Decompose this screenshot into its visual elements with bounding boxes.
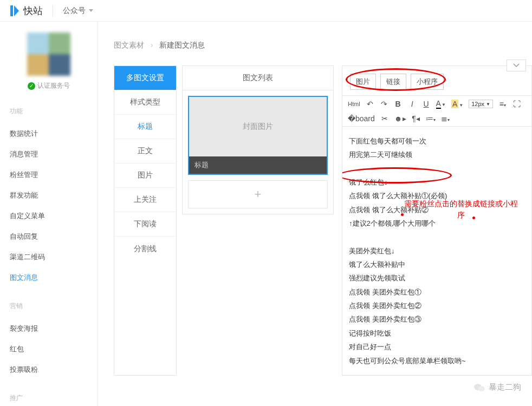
- settings-panel-header: 多图文设置: [114, 66, 176, 90]
- sidebar-item[interactable]: 数据统计: [10, 123, 87, 144]
- editor-line: 每天也可到公众号底部菜单栏领取哟~: [349, 354, 525, 368]
- article-card[interactable]: 封面图片 标题: [188, 96, 328, 175]
- format-brush-button[interactable]: �board: [348, 114, 375, 123]
- panel-tab[interactable]: 正文: [114, 139, 176, 163]
- editor-textarea[interactable]: 下面红包每天都可领一次用完第二天可继续领 饿了么红包↓点我领 饿了么大额补贴①(…: [342, 127, 531, 375]
- underline-button[interactable]: U: [422, 100, 431, 108]
- panel-tab[interactable]: 图片: [114, 163, 176, 188]
- nav-section-title: 功能: [10, 107, 87, 116]
- preview-column-header: 图文列表: [182, 66, 334, 90]
- annotation-dot: [472, 217, 475, 219]
- insert-tab-row: 图片链接小程序: [342, 66, 531, 95]
- verify-status: ✓ 认证服务号: [10, 81, 87, 90]
- sidebar-item[interactable]: 自动回复: [10, 226, 87, 247]
- settings-panel: 多图文设置 样式类型标题正文图片上关注下阅读分割线: [114, 66, 177, 376]
- main: ✓ 认证服务号 功能数据统计消息管理粉丝管理群发功能自定义菜单自动回复渠道二维码…: [0, 22, 532, 406]
- editor-line: 记得按时吃饭: [349, 326, 525, 340]
- wechat-icon: [473, 383, 485, 392]
- nav-section: 营销裂变海报红包投票吸粉: [10, 302, 87, 380]
- editor-line: 点我领 饿了么大额补贴②: [349, 203, 525, 217]
- editor-line: [349, 162, 525, 175]
- preview-column: 图文列表 封面图片 标题 +: [182, 66, 334, 376]
- divider: [53, 5, 53, 16]
- insert-tab[interactable]: 小程序: [411, 74, 444, 90]
- editor-line: 下面红包每天都可领一次: [349, 134, 525, 148]
- sidebar: ✓ 认证服务号 功能数据统计消息管理粉丝管理群发功能自定义菜单自动回复渠道二维码…: [0, 22, 98, 406]
- emoticon-button[interactable]: ☻▸: [394, 114, 406, 123]
- watermark: 暴走二狗: [473, 382, 521, 392]
- nav-section-title: 推广: [10, 394, 87, 403]
- editor-line: 对自己好一点: [349, 340, 525, 353]
- logo-icon: [8, 4, 21, 17]
- italic-button[interactable]: I: [408, 100, 417, 108]
- bold-button[interactable]: B: [394, 100, 403, 108]
- font-color-button[interactable]: A▼: [436, 99, 446, 109]
- panel-tab[interactable]: 分割线: [114, 237, 176, 261]
- brand-text: 快站: [23, 4, 43, 17]
- fullscreen-button[interactable]: ⛶: [512, 100, 521, 108]
- redo-button[interactable]: ↷: [380, 100, 388, 108]
- editor-line: 用完第二天可继续领: [349, 148, 525, 161]
- align-button[interactable]: ≡▾: [498, 100, 507, 108]
- top-nav-public-account[interactable]: 公众号: [63, 6, 93, 16]
- quote-button[interactable]: ¶◂: [412, 114, 420, 123]
- content-area: 图文素材 › 新建图文消息 多图文设置 样式类型标题正文图片上关注下阅读分割线 …: [98, 22, 532, 406]
- insert-tab[interactable]: 链接: [380, 74, 406, 90]
- insert-tab[interactable]: 图片: [350, 74, 376, 90]
- rich-editor: 图片链接小程序 Html ↶ ↷ B I U A▼ A▼ 12px▼ ≡▾ ⛶: [342, 66, 532, 376]
- svg-point-1: [478, 386, 485, 391]
- chevron-right-icon: ›: [151, 41, 153, 49]
- panel-tab[interactable]: 上关注: [114, 188, 176, 212]
- sidebar-item[interactable]: 红包: [10, 339, 87, 359]
- editor-line: 点我领 美团外卖红包③: [349, 312, 525, 326]
- avatar[interactable]: [27, 32, 70, 76]
- undo-button[interactable]: ↶: [366, 100, 374, 108]
- sidebar-item[interactable]: 消息管理: [10, 144, 87, 165]
- panel-tab[interactable]: 样式类型: [114, 90, 176, 115]
- unordered-list-button[interactable]: ≣▾: [441, 114, 450, 123]
- add-article-button[interactable]: +: [188, 180, 328, 208]
- editor-line: [349, 230, 525, 244]
- editor-line: 点我领 饿了么大额补贴①(必领): [349, 189, 525, 202]
- panel-tab[interactable]: 标题: [114, 115, 176, 139]
- sidebar-item[interactable]: 投票吸粉: [10, 359, 87, 380]
- ordered-list-button[interactable]: ≔▾: [426, 114, 436, 123]
- editor-line: 饿了么大额补贴中: [349, 258, 525, 271]
- panel-tab[interactable]: 下阅读: [114, 212, 176, 237]
- nav-section: 推广: [10, 394, 87, 403]
- top-bar: 快站 公众号: [0, 0, 532, 22]
- bg-color-button[interactable]: A▼: [451, 100, 463, 108]
- editor-line: ↑建议2个都领,哪个大用哪个: [349, 217, 525, 230]
- clear-format-button[interactable]: ✂: [380, 114, 389, 123]
- sidebar-item[interactable]: 自定义菜单: [10, 206, 87, 226]
- editor-line: 美团外卖红包↓: [349, 244, 525, 258]
- brand-logo[interactable]: 快站: [8, 4, 43, 17]
- editor-line: 强烈建议先领取试: [349, 271, 525, 285]
- nav-section: 功能数据统计消息管理粉丝管理群发功能自定义菜单自动回复渠道二维码图文消息: [10, 107, 87, 288]
- font-size-select[interactable]: 12px▼: [469, 100, 493, 108]
- account-profile: ✓ 认证服务号: [10, 32, 87, 90]
- editor-toolbar: Html ↶ ↷ B I U A▼ A▼ 12px▼ ≡▾ ⛶ �board ✂…: [342, 95, 531, 127]
- editor-line: 点我领 美团外卖红包②: [349, 299, 525, 312]
- sidebar-item[interactable]: 群发功能: [10, 185, 87, 206]
- editor-line: 点我领 美团外卖红包①: [349, 285, 525, 299]
- sidebar-item[interactable]: 渠道二维码: [10, 247, 87, 267]
- sidebar-item[interactable]: 粉丝管理: [10, 165, 87, 185]
- cover-title-bar: 标题: [189, 156, 327, 174]
- breadcrumb-current: 新建图文消息: [159, 41, 205, 49]
- sidebar-item[interactable]: 图文消息: [10, 267, 87, 288]
- editor-line: 饿了么红包↓: [349, 175, 525, 189]
- verify-check-icon: ✓: [28, 82, 35, 90]
- breadcrumb-parent[interactable]: 图文素材: [114, 41, 144, 49]
- breadcrumb: 图文素材 › 新建图文消息: [114, 41, 532, 50]
- sidebar-item[interactable]: 裂变海报: [10, 318, 87, 339]
- nav-section-title: 营销: [10, 302, 87, 311]
- html-button[interactable]: Html: [348, 101, 360, 107]
- annotation-dot: [401, 213, 404, 216]
- cover-image-placeholder: 封面图片: [189, 97, 327, 156]
